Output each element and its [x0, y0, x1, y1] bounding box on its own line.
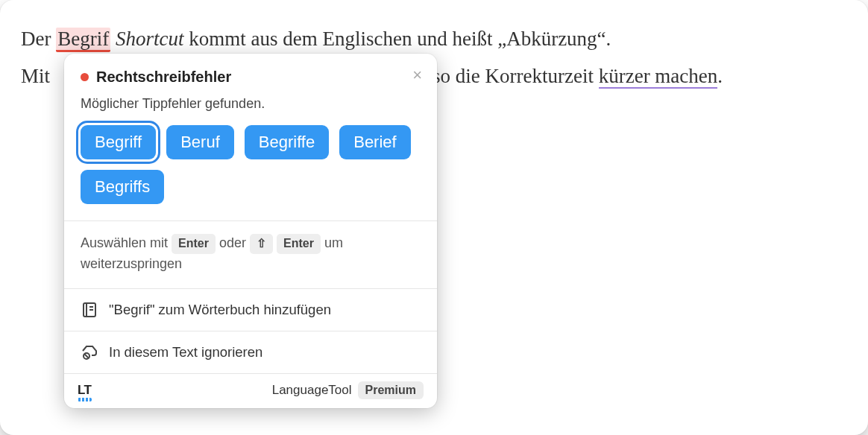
suggestion-chip[interactable]: Beruf — [166, 125, 234, 159]
suggestion-chip[interactable]: Begriff — [81, 125, 156, 159]
ignore-icon — [81, 343, 98, 361]
correction-popup: Rechtschreibfehler × Möglicher Tippfehle… — [64, 54, 437, 408]
suggestions-list: BegriffBerufBegriffeBeriefBegriffs — [64, 122, 437, 220]
footer-brand-label: LanguageTool — [272, 383, 352, 398]
suggestion-chip[interactable]: Berief — [339, 125, 410, 159]
close-button[interactable]: × — [412, 67, 422, 83]
style-error-highlight[interactable]: kürzer machen — [599, 65, 718, 89]
ignore-button[interactable]: In diesem Text ignorieren — [64, 331, 437, 373]
dictionary-icon — [81, 301, 98, 319]
kbd-enter: Enter — [172, 234, 216, 254]
languagetool-logo[interactable]: LT — [78, 383, 92, 398]
popup-subtitle: Möglicher Tippfehler gefunden. — [64, 90, 437, 122]
add-to-dictionary-button[interactable]: "Begrif" zum Wörterbuch hinzufügen — [64, 289, 437, 331]
keyboard-hint: Auswählen mit Enter oder ⇧ Enter um weit… — [64, 221, 437, 288]
spelling-error-highlight[interactable]: Begrif — [56, 28, 110, 52]
popup-title-row: Rechtschreibfehler — [81, 69, 421, 86]
italic-text: Shortcut — [116, 28, 184, 50]
text-frag: kommt aus dem Englischen und heißt „Abkü… — [183, 28, 611, 50]
text-frag — [110, 28, 116, 50]
hint-text: oder — [219, 235, 250, 250]
text-frag: Der — [21, 28, 56, 50]
ignore-label: In diesem Text ignorieren — [109, 344, 262, 361]
text-frag: . — [717, 65, 723, 87]
text-frag: Mit — [21, 65, 55, 87]
suggestion-chip[interactable]: Begriffs — [81, 170, 164, 204]
kbd-enter: Enter — [277, 234, 321, 254]
hint-text: Auswählen mit — [81, 235, 172, 250]
add-to-dictionary-label: "Begrif" zum Wörterbuch hinzufügen — [109, 302, 331, 318]
popup-footer: LT LanguageTool Premium — [64, 374, 437, 408]
suggestion-chip[interactable]: Begriffe — [245, 125, 329, 159]
premium-badge[interactable]: Premium — [358, 381, 424, 399]
error-dot-icon — [81, 73, 89, 81]
text-frag: also die Korrekturzeit — [413, 65, 599, 87]
kbd-shift: ⇧ — [250, 234, 273, 254]
popup-title: Rechtschreibfehler — [96, 69, 231, 86]
popup-header: Rechtschreibfehler × — [64, 54, 437, 90]
editor-page: Der Begrif Shortcut kommt aus dem Englis… — [0, 0, 868, 435]
